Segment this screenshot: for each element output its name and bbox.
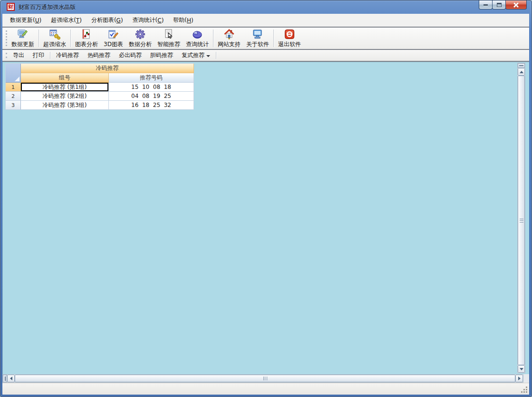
toolbar-button-data-update[interactable]: 数据更新 xyxy=(9,28,37,49)
scroll-down-button[interactable] xyxy=(518,365,525,373)
toolbar-grip[interactable] xyxy=(6,30,7,46)
toolbar-button-smart-recommend[interactable]: 智能推荐 xyxy=(155,28,183,49)
toolbar-button-data-analysis[interactable]: 数据分析 xyxy=(126,28,155,49)
toolbar-grip[interactable] xyxy=(6,53,7,58)
secondary-toolbar: 导出 打印 冷码推荐 热码推荐 必出码荐 胆码推荐 复式推荐 xyxy=(2,50,529,62)
toolbar-button-exit-software[interactable]: 退出软件 xyxy=(275,28,304,49)
chevron-down-icon xyxy=(206,55,210,57)
menu-item-query-stats[interactable]: 查询统计(C) xyxy=(128,14,169,27)
menu-item-super-shrink[interactable]: 超强缩水(T) xyxy=(46,14,87,27)
vertical-splitter-handle[interactable] xyxy=(518,63,525,68)
content-area: 冷码推荐 组号 推荐号码 1 冷码推荐 (第1组) 15 10 08 18 2 … xyxy=(2,62,529,374)
arrow-up-icon xyxy=(520,71,523,73)
scroll-left-button[interactable] xyxy=(7,375,15,382)
toolbar-separator xyxy=(216,52,216,59)
close-icon xyxy=(513,2,519,8)
cell-group-3[interactable]: 冷码推荐 (第3组) xyxy=(21,101,109,110)
menu-bar: 数据更新(U) 超强缩水(T) 分析图表(G) 查询统计(C) 帮助(H) xyxy=(2,14,529,27)
calendar-gears-icon xyxy=(49,29,60,40)
table-title: 冷码推荐 xyxy=(21,64,194,73)
window-controls xyxy=(479,0,527,10)
horizontal-scroll-thumb[interactable] xyxy=(15,375,515,382)
scroll-right-button[interactable] xyxy=(515,375,523,382)
chart-document-icon xyxy=(81,29,92,40)
toolbar-button-3d-chart[interactable]: 3D图表 xyxy=(101,28,126,49)
toolbar-button-label: 查询统计 xyxy=(186,40,209,48)
title-bar[interactable]: 财 财富百万通加强水晶版 xyxy=(0,0,532,14)
app-icon-glyph: 财 xyxy=(8,4,13,10)
horizontal-scrollbar[interactable] xyxy=(2,374,523,383)
vertical-scroll-thumb[interactable] xyxy=(518,76,525,365)
pie-chart-icon xyxy=(192,29,203,40)
table-corner-cell[interactable] xyxy=(6,64,21,83)
dan-number-recommend-button[interactable]: 胆码推荐 xyxy=(146,50,177,61)
cell-numbers-3[interactable]: 16 18 25 32 xyxy=(109,101,194,110)
toolbar-button-website-support[interactable]: 网站支持 xyxy=(215,28,243,49)
row-header[interactable]: 2 xyxy=(6,92,21,101)
minimize-button[interactable] xyxy=(479,0,493,10)
document-hand-icon xyxy=(163,29,174,40)
toolbar-separator xyxy=(273,29,274,47)
toolbar-button-label: 智能推荐 xyxy=(157,40,180,48)
toolbar-button-label: 数据更新 xyxy=(11,40,34,48)
recommendation-table: 冷码推荐 组号 推荐号码 1 冷码推荐 (第1组) 15 10 08 18 2 … xyxy=(5,63,194,110)
toolbar-button-label: 关于软件 xyxy=(246,40,269,48)
row-header[interactable]: 1 xyxy=(6,83,21,92)
resize-grip[interactable] xyxy=(526,391,527,393)
toolbar-separator xyxy=(70,29,71,47)
menu-item-analysis-charts[interactable]: 分析图表(G) xyxy=(87,14,128,27)
must-out-recommend-button[interactable]: 必出码荐 xyxy=(115,50,146,61)
toolbar-button-label: 图表分析 xyxy=(75,40,98,48)
app-window: 财 财富百万通加强水晶版 数据更新(U) 超强缩水(T) 分析图表(G) 查询统… xyxy=(0,0,532,397)
computer-icon xyxy=(252,29,263,40)
arrow-right-icon xyxy=(518,377,521,380)
column-header-group[interactable]: 组号 xyxy=(21,73,109,83)
home-icon xyxy=(223,29,235,40)
menu-item-data-update[interactable]: 数据更新(U) xyxy=(5,14,46,27)
monitor-pencil-icon xyxy=(17,29,29,40)
toolbar-separator xyxy=(213,29,213,47)
toolbar-button-label: 3D图表 xyxy=(104,40,123,48)
export-button[interactable]: 导出 xyxy=(9,50,29,61)
window-title: 财富百万通加强水晶版 xyxy=(19,3,76,11)
toolbar-button-label: 网站支持 xyxy=(218,40,241,48)
cold-number-recommend-button[interactable]: 冷码推荐 xyxy=(52,50,83,61)
toolbar-button-label: 退出软件 xyxy=(278,40,301,48)
compound-recommend-button[interactable]: 复式推荐 xyxy=(177,50,214,61)
arrow-left-icon xyxy=(10,377,12,380)
cell-group-1[interactable]: 冷码推荐 (第1组) xyxy=(21,83,109,92)
horizontal-splitter-handle[interactable] xyxy=(3,375,7,382)
toolbar-separator xyxy=(50,52,50,59)
scroll-up-button[interactable] xyxy=(518,68,525,76)
thumb-grip-icon xyxy=(520,219,523,223)
notepad-pencil-icon xyxy=(107,29,119,40)
power-icon xyxy=(284,29,295,40)
toolbar-button-super-shrink[interactable]: 超强缩水 xyxy=(40,28,69,49)
arrow-down-icon xyxy=(520,368,523,370)
vertical-scrollbar[interactable] xyxy=(517,63,525,373)
thumb-grip-icon xyxy=(263,377,267,380)
menu-item-help[interactable]: 帮助(H) xyxy=(168,14,198,27)
close-button[interactable] xyxy=(505,0,527,10)
minimize-icon xyxy=(484,4,488,6)
cell-numbers-2[interactable]: 04 08 19 25 xyxy=(109,92,194,101)
cell-numbers-1[interactable]: 15 10 08 18 xyxy=(109,83,194,92)
toolbar-button-label: 数据分析 xyxy=(129,40,152,48)
app-icon[interactable]: 财 xyxy=(7,3,15,11)
row-header[interactable]: 3 xyxy=(6,101,21,110)
cell-group-2[interactable]: 冷码推荐 (第2组) xyxy=(21,92,109,101)
maximize-button[interactable] xyxy=(492,0,506,10)
horizontal-scrollbar-area xyxy=(2,374,529,383)
status-bar xyxy=(2,383,529,395)
toolbar-separator xyxy=(39,29,39,47)
gear-icon xyxy=(135,29,146,40)
toolbar-button-label: 超强缩水 xyxy=(43,40,66,48)
print-button[interactable]: 打印 xyxy=(29,50,48,61)
toolbar-button-query-stats[interactable]: 查询统计 xyxy=(183,28,212,49)
hot-number-recommend-button[interactable]: 热码推荐 xyxy=(83,50,115,61)
maximize-icon xyxy=(497,3,502,7)
toolbar-button-about-software[interactable]: 关于软件 xyxy=(243,28,272,49)
toolbar-button-chart-analysis[interactable]: 图表分析 xyxy=(72,28,101,49)
main-toolbar: 数据更新 超强缩水 图表分析 xyxy=(2,27,529,50)
column-header-numbers[interactable]: 推荐号码 xyxy=(109,73,194,83)
